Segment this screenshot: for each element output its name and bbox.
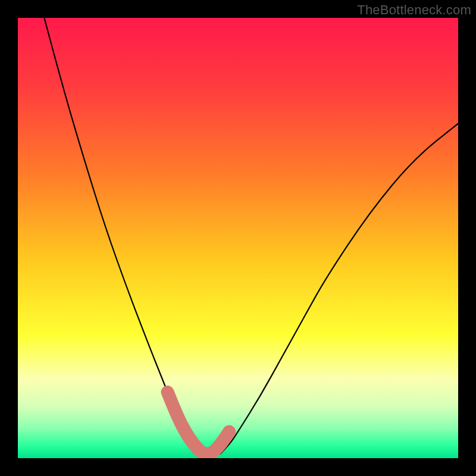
chart-background — [18, 18, 458, 458]
chart-frame: TheBottleneck.com — [0, 0, 476, 476]
watermark-text: TheBottleneck.com — [357, 2, 471, 18]
chart-plot-area — [18, 18, 458, 458]
chart-svg — [18, 18, 458, 458]
